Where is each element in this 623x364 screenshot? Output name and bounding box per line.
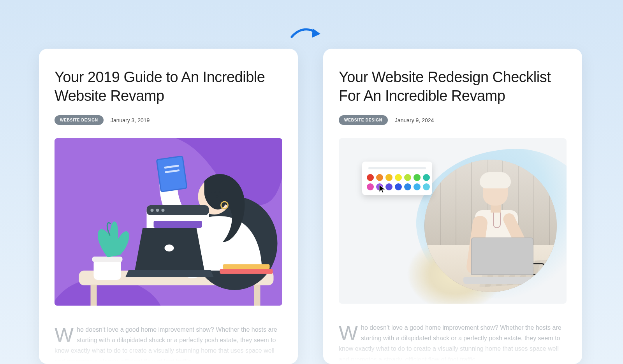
svg-point-26 <box>165 244 174 251</box>
palette-color-dot[interactable] <box>414 183 421 190</box>
svg-rect-4 <box>94 259 121 280</box>
article-title: Your 2019 Guide to An Incredible Website… <box>55 68 282 105</box>
svg-point-19 <box>151 209 154 212</box>
transition-arrow-icon <box>290 25 321 41</box>
svg-point-20 <box>156 209 159 212</box>
palette-color-dot[interactable] <box>423 183 430 190</box>
article-card-after: Your Website Redesign Checklist For An I… <box>323 49 582 364</box>
palette-color-dot[interactable] <box>395 174 402 181</box>
hero-illustration <box>339 138 567 304</box>
palette-color-dot[interactable] <box>385 183 392 190</box>
publish-date: January 3, 2019 <box>111 117 150 123</box>
category-badge[interactable]: WEBSITE DESIGN <box>339 115 388 125</box>
palette-color-dot[interactable] <box>404 183 411 190</box>
palette-color-dot[interactable] <box>404 174 411 181</box>
svg-rect-28 <box>223 264 270 269</box>
color-palette-panel <box>362 162 432 195</box>
article-body: W ho doesn't love a good home improvemen… <box>339 322 567 364</box>
svg-rect-2 <box>91 285 97 306</box>
svg-rect-3 <box>254 285 260 306</box>
article-meta: WEBSITE DESIGN January 9, 2024 <box>339 115 567 125</box>
svg-rect-22 <box>154 221 202 228</box>
palette-grid <box>367 174 428 190</box>
hero-photo <box>424 160 557 292</box>
svg-rect-27 <box>220 269 273 274</box>
article-meta: WEBSITE DESIGN January 3, 2019 <box>55 115 282 125</box>
svg-rect-13 <box>157 157 187 191</box>
svg-point-8 <box>206 195 209 198</box>
cursor-icon <box>378 184 386 193</box>
dropcap: W <box>339 322 361 342</box>
palette-color-dot[interactable] <box>423 174 430 181</box>
article-card-before: Your 2019 Guide to An Incredible Website… <box>39 49 298 364</box>
article-body-text: ho doesn't love a good home improvement … <box>339 324 561 363</box>
palette-color-dot[interactable] <box>367 183 374 190</box>
publish-date: January 9, 2024 <box>395 117 434 123</box>
dropcap: W <box>55 324 77 344</box>
palette-header-bar <box>368 167 426 169</box>
palette-color-dot[interactable] <box>414 174 421 181</box>
palette-color-dot[interactable] <box>395 183 402 190</box>
article-body: W ho doesn't love a good home improvemen… <box>55 324 282 364</box>
category-badge[interactable]: WEBSITE DESIGN <box>55 115 104 125</box>
svg-rect-5 <box>92 257 123 262</box>
palette-color-dot[interactable] <box>385 174 392 181</box>
svg-point-9 <box>216 195 219 198</box>
palette-color-dot[interactable] <box>376 174 383 181</box>
article-title: Your Website Redesign Checklist For An I… <box>339 68 567 105</box>
svg-point-21 <box>162 209 165 212</box>
palette-color-dot[interactable] <box>367 174 374 181</box>
article-body-text: ho doesn't love a good home improvement … <box>55 326 277 364</box>
hero-illustration <box>55 138 282 306</box>
